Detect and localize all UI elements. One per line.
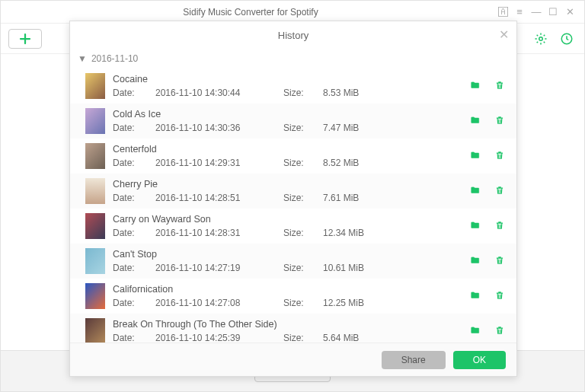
delete-icon <box>494 80 506 91</box>
clock-icon <box>560 32 574 46</box>
maximize-icon[interactable]: ☐ <box>545 4 561 21</box>
share-button[interactable]: Share <box>382 351 446 369</box>
delete-button[interactable] <box>494 290 506 303</box>
row-actions <box>469 115 506 128</box>
date-value: 2016-11-10 14:28:31 <box>155 228 270 238</box>
date-value: 2016-11-10 14:27:08 <box>155 298 270 308</box>
track-info: Carry on Wayward SonDate:2016-11-10 14:2… <box>113 214 462 238</box>
album-cover <box>85 213 105 239</box>
size-label: Size: <box>283 333 309 343</box>
delete-button[interactable] <box>494 220 506 233</box>
folder-icon <box>469 220 481 231</box>
menu-icon[interactable]: ≡ <box>511 4 528 21</box>
delete-button[interactable] <box>494 150 506 163</box>
track-name: Carry on Wayward Son <box>113 214 462 225</box>
add-button[interactable] <box>8 29 42 49</box>
album-cover <box>85 318 105 343</box>
size-value: 8.52 MiB <box>323 158 359 168</box>
row-actions <box>469 185 506 198</box>
track-meta: Date:2016-11-10 14:30:36Size:7.47 MiB <box>113 123 462 133</box>
key-icon[interactable]: 🄰 <box>494 4 511 21</box>
close-dialog-button[interactable]: ✕ <box>499 27 509 42</box>
row-actions <box>469 150 506 163</box>
folder-icon <box>469 290 481 301</box>
track-name: Cherry Pie <box>113 179 462 190</box>
open-folder-button[interactable] <box>469 80 481 93</box>
track-meta: Date:2016-11-10 14:28:51Size:7.61 MiB <box>113 193 462 203</box>
close-window-icon[interactable]: ✕ <box>561 4 578 21</box>
minimize-icon[interactable]: — <box>528 4 545 21</box>
history-list[interactable]: CocaineDate:2016-11-10 14:30:44Size:8.53… <box>70 69 516 343</box>
history-row[interactable]: CenterfoldDate:2016-11-10 14:29:31Size:8… <box>70 139 516 174</box>
date-label: Date: <box>113 158 142 168</box>
history-row[interactable]: Cold As IceDate:2016-11-10 14:30:36Size:… <box>70 104 516 139</box>
track-info: Cherry PieDate:2016-11-10 14:28:51Size:7… <box>113 179 462 203</box>
album-cover <box>85 248 105 274</box>
history-row[interactable]: CalifornicationDate:2016-11-10 14:27:08S… <box>70 279 516 314</box>
track-meta: Date:2016-11-10 14:30:44Size:8.53 MiB <box>113 88 462 98</box>
track-meta: Date:2016-11-10 14:29:31Size:8.52 MiB <box>113 158 462 168</box>
open-folder-button[interactable] <box>469 115 481 128</box>
date-label: Date: <box>113 228 142 238</box>
size-value: 5.64 MiB <box>323 333 359 343</box>
date-group-header[interactable]: ▼ 2016-11-10 <box>70 49 516 69</box>
gear-icon <box>534 32 548 46</box>
track-meta: Date:2016-11-10 14:28:31Size:12.34 MiB <box>113 228 462 238</box>
track-info: Can't StopDate:2016-11-10 14:27:19Size:1… <box>113 249 462 273</box>
folder-icon <box>469 80 481 91</box>
open-folder-button[interactable] <box>469 220 481 233</box>
size-label: Size: <box>283 193 309 203</box>
date-label: Date: <box>113 263 142 273</box>
history-row[interactable]: CocaineDate:2016-11-10 14:30:44Size:8.53… <box>70 69 516 104</box>
chevron-down-icon: ▼ <box>78 53 87 64</box>
album-cover <box>85 178 105 204</box>
track-info: CocaineDate:2016-11-10 14:30:44Size:8.53… <box>113 74 462 98</box>
track-info: CenterfoldDate:2016-11-10 14:29:31Size:8… <box>113 144 462 168</box>
track-name: Centerfold <box>113 144 462 155</box>
delete-icon <box>494 115 506 126</box>
album-cover <box>85 143 105 169</box>
history-row[interactable]: Carry on Wayward SonDate:2016-11-10 14:2… <box>70 209 516 244</box>
history-button[interactable] <box>557 29 577 49</box>
delete-button[interactable] <box>494 80 506 93</box>
history-row[interactable]: Can't StopDate:2016-11-10 14:27:19Size:1… <box>70 244 516 279</box>
row-actions <box>469 325 506 338</box>
delete-icon <box>494 255 506 266</box>
dialog-header: History ✕ <box>70 21 516 49</box>
album-cover <box>85 283 105 309</box>
delete-button[interactable] <box>494 115 506 128</box>
settings-button[interactable] <box>531 29 551 49</box>
open-folder-button[interactable] <box>469 185 481 198</box>
track-name: Cocaine <box>113 74 462 84</box>
delete-button[interactable] <box>494 185 506 198</box>
track-info: Cold As IceDate:2016-11-10 14:30:36Size:… <box>113 109 462 133</box>
window-title: Sidify Music Converter for Spotify <box>7 7 494 18</box>
open-folder-button[interactable] <box>469 290 481 303</box>
size-label: Size: <box>283 228 309 238</box>
delete-button[interactable] <box>494 325 506 338</box>
date-value: 2016-11-10 14:30:36 <box>155 123 270 133</box>
track-meta: Date:2016-11-10 14:27:08Size:12.25 MiB <box>113 298 462 308</box>
size-value: 7.47 MiB <box>323 123 359 133</box>
row-actions <box>469 255 506 268</box>
folder-icon <box>469 255 481 266</box>
date-value: 2016-11-10 14:28:51 <box>155 193 270 203</box>
open-folder-button[interactable] <box>469 325 481 338</box>
folder-icon <box>469 115 481 126</box>
date-label: Date: <box>113 123 142 133</box>
plus-icon <box>18 32 32 46</box>
size-value: 12.34 MiB <box>323 228 364 238</box>
folder-icon <box>469 150 481 161</box>
open-folder-button[interactable] <box>469 255 481 268</box>
history-row[interactable]: Break On Through (To The Other Side)Date… <box>70 314 516 343</box>
album-cover <box>85 108 105 134</box>
history-row[interactable]: Cherry PieDate:2016-11-10 14:28:51Size:7… <box>70 174 516 209</box>
dialog-footer: Share OK <box>70 343 516 376</box>
delete-button[interactable] <box>494 255 506 268</box>
row-actions <box>469 80 506 93</box>
date-label: Date: <box>113 333 142 343</box>
ok-button[interactable]: OK <box>453 351 506 369</box>
open-folder-button[interactable] <box>469 150 481 163</box>
date-value: 2016-11-10 14:25:39 <box>155 333 270 343</box>
svg-point-0 <box>539 37 543 40</box>
